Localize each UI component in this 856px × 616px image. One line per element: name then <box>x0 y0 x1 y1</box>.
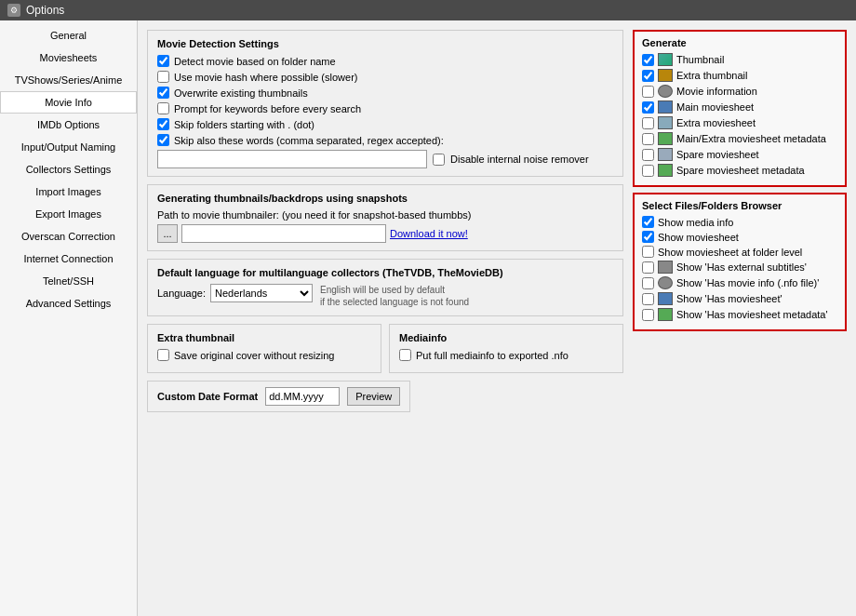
skip-dot-row: Skip folders starting with . (dot) <box>157 118 613 130</box>
put-full-checkbox[interactable] <box>399 349 411 361</box>
put-full-row: Put full mediainfo to exported .nfo <box>399 349 613 361</box>
browse-button[interactable]: ... <box>157 224 178 243</box>
gen-main-metadata-checkbox[interactable] <box>642 133 654 145</box>
show-has-metadata-checkbox[interactable] <box>642 309 654 321</box>
gen-extra-moviesheet-checkbox[interactable] <box>642 117 654 129</box>
put-full-label: Put full mediainfo to exported .nfo <box>416 350 568 361</box>
snapshots-panel: Generating thumbnails/backdrops using sn… <box>147 184 623 251</box>
gen-main-moviesheet-label: Main moviesheet <box>676 101 754 113</box>
download-link[interactable]: Download it now! <box>390 228 468 239</box>
gen-movie-info: Movie information <box>642 85 837 98</box>
overwrite-checkbox[interactable] <box>157 87 169 99</box>
sidebar-item-general[interactable]: General <box>0 24 137 47</box>
snapshots-path-label: Path to movie thumbnailer: (you need it … <box>157 209 613 221</box>
files-folders-panel: Select Files/Folders Browser Show media … <box>633 193 847 331</box>
sidebar-item-export-images[interactable]: Export Images <box>0 203 137 225</box>
language-select[interactable]: Nederlands English French German <box>210 284 313 302</box>
detection-settings-title: Movie Detection Settings <box>157 38 613 49</box>
gen-main-metadata-label: Main/Extra moviesheet metadata <box>676 133 826 144</box>
detect-folder-checkbox[interactable] <box>157 55 169 67</box>
gen-movie-info-label: Movie information <box>676 86 757 97</box>
save-original-checkbox[interactable] <box>157 349 169 361</box>
sidebar-item-import-images[interactable]: Import Images <box>0 181 137 203</box>
sidebar-item-advanced-settings[interactable]: Advanced Settings <box>0 292 137 315</box>
gen-spare-metadata-label: Spare moviesheet metadata <box>676 165 805 176</box>
extra-thumbnail-title: Extra thumbnail <box>157 332 371 343</box>
show-nfo-label: Show 'Has movie info (.nfo file)' <box>676 277 819 288</box>
nfo-icon <box>658 276 673 289</box>
skip-words-input[interactable] <box>157 150 427 168</box>
sidebar-item-overscan-correction[interactable]: Overscan Correction <box>0 225 137 248</box>
subtitles-icon <box>658 261 673 274</box>
use-hash-row: Use movie hash where possible (slower) <box>157 71 613 83</box>
sidebar-item-input-output-naming[interactable]: Input/Output Naming <box>0 136 137 158</box>
disable-noise-checkbox[interactable] <box>433 154 445 166</box>
show-media-info-checkbox[interactable] <box>642 216 654 228</box>
show-nfo-checkbox[interactable] <box>642 277 654 289</box>
preview-button[interactable]: Preview <box>347 387 400 406</box>
skip-dot-checkbox[interactable] <box>157 118 169 130</box>
skip-dot-label: Skip folders starting with . (dot) <box>174 119 314 130</box>
gen-main-metadata: Main/Extra moviesheet metadata <box>642 132 837 145</box>
has-moviesheet-icon <box>658 292 673 305</box>
extra-mediainfo-row: Extra thumbnail Save original cover with… <box>147 324 623 381</box>
path-input[interactable] <box>181 224 386 243</box>
app-icon: ⚙ <box>7 4 20 17</box>
gen-extra-thumbnail-checkbox[interactable] <box>642 70 654 82</box>
gen-spare-moviesheet-checkbox[interactable] <box>642 149 654 161</box>
save-original-row: Save original cover without resizing <box>157 349 371 361</box>
show-has-moviesheet-checkbox[interactable] <box>642 293 654 305</box>
show-moviesheet-checkbox[interactable] <box>642 231 654 243</box>
gen-extra-thumbnail: Extra thumbnail <box>642 69 837 82</box>
sidebar-item-moviesheets[interactable]: Moviesheets <box>0 47 137 69</box>
main-content: Movie Detection Settings Detect movie ba… <box>138 20 633 616</box>
gen-spare-metadata-checkbox[interactable] <box>642 165 654 177</box>
show-subtitles-label: Show 'Has external subtitles' <box>676 261 807 273</box>
gen-extra-thumbnail-label: Extra thumbnail <box>676 70 747 81</box>
show-subtitles-checkbox[interactable] <box>642 261 654 274</box>
gen-spare-moviesheet: Spare moviesheet <box>642 148 837 161</box>
gen-main-moviesheet: Main moviesheet <box>642 100 837 114</box>
show-has-metadata: Show 'Has moviesheet metadata' <box>642 308 837 321</box>
extra-thumbnail-icon <box>658 69 673 82</box>
sidebar-item-collectors-settings[interactable]: Collectors Settings <box>0 158 137 181</box>
right-panels: Generate Thumbnail Extra thumbnail Movie… <box>633 20 856 616</box>
sidebar-item-tvshows-series-anime[interactable]: TVShows/Series/Anime <box>0 69 137 91</box>
thumbnail-icon <box>658 53 673 66</box>
show-has-metadata-label: Show 'Has moviesheet metadata' <box>676 309 828 320</box>
gen-spare-metadata: Spare moviesheet metadata <box>642 164 837 177</box>
extra-thumbnail-panel: Extra thumbnail Save original cover with… <box>147 324 381 373</box>
gen-thumbnail-checkbox[interactable] <box>642 54 654 66</box>
detect-folder-label: Detect movie based on folder name <box>174 56 336 67</box>
prompt-row: Prompt for keywords before every search <box>157 102 613 114</box>
show-moviesheet-folder-checkbox[interactable] <box>642 246 654 258</box>
show-subtitles: Show 'Has external subtitles' <box>642 261 837 274</box>
gen-thumbnail-label: Thumbnail <box>676 54 724 65</box>
mediainfo-title: Mediainfo <box>399 332 613 343</box>
sidebar-item-telnet-ssh[interactable]: Telnet/SSH <box>0 270 137 292</box>
gen-thumbnail: Thumbnail <box>642 53 837 66</box>
language-note: English will be used by defaultif the se… <box>320 284 469 308</box>
prompt-checkbox[interactable] <box>157 102 169 114</box>
sidebar-item-internet-connection[interactable]: Internet Connection <box>0 248 137 270</box>
movie-info-icon <box>658 85 673 98</box>
main-moviesheet-icon <box>658 100 673 114</box>
spare-moviesheet-icon <box>658 148 673 161</box>
save-original-label: Save original cover without resizing <box>174 350 334 361</box>
language-title: Default language for multilanguage colle… <box>157 267 613 278</box>
gen-movie-info-checkbox[interactable] <box>642 86 654 98</box>
gen-main-moviesheet-checkbox[interactable] <box>642 101 654 114</box>
has-metadata-icon <box>658 308 673 321</box>
sidebar: GeneralMoviesheetsTVShows/Series/AnimeMo… <box>0 20 138 616</box>
skip-words-checkbox[interactable] <box>157 134 169 146</box>
gen-spare-moviesheet-label: Spare moviesheet <box>676 149 759 160</box>
show-nfo: Show 'Has movie info (.nfo file)' <box>642 276 837 289</box>
detection-settings-panel: Movie Detection Settings Detect movie ba… <box>147 30 623 177</box>
generate-panel: Generate Thumbnail Extra thumbnail Movie… <box>633 30 847 187</box>
custom-date-title: Custom Date Format <box>157 391 258 402</box>
date-format-input[interactable] <box>265 387 340 406</box>
use-hash-checkbox[interactable] <box>157 71 169 83</box>
language-label: Language: <box>157 288 206 299</box>
sidebar-item-imdb-options[interactable]: IMDb Options <box>0 114 137 136</box>
sidebar-item-movie-info[interactable]: Movie Info <box>0 91 137 114</box>
